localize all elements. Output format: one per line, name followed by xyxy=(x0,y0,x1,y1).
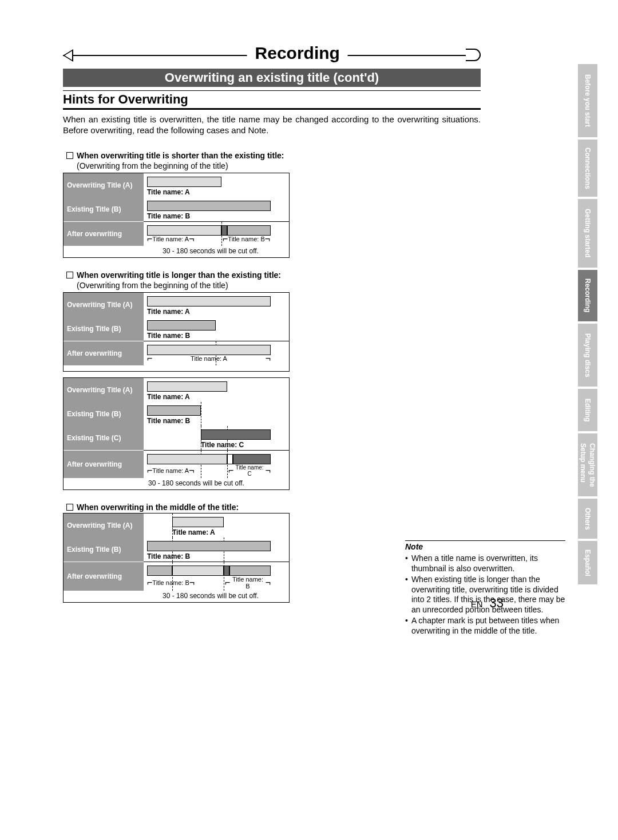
side-tab[interactable]: Recording xyxy=(578,270,597,321)
row-label: Existing Title (B) xyxy=(64,402,144,426)
banner: Recording xyxy=(63,46,572,66)
bar-caption: Title name: B xyxy=(152,579,189,586)
bar-caption: Title name: B xyxy=(147,332,286,340)
bar-caption: Title name: B xyxy=(147,417,286,425)
case3-header: When overwriting in the middle of the ti… xyxy=(66,503,572,512)
sub-banner: Overwriting an existing title (cont'd) xyxy=(63,69,481,87)
note-item: •A chapter mark is put between titles wh… xyxy=(405,616,565,636)
row-label: After overwriting xyxy=(64,222,144,246)
row-label: Existing Title (B) xyxy=(64,197,144,221)
row-label: Overwriting Title (A) xyxy=(64,378,144,402)
bar-caption: Title name: B xyxy=(147,212,286,220)
bar-caption: Title name: A xyxy=(152,236,189,242)
bar-caption: Title name: B xyxy=(228,236,264,242)
section-heading: Hints for Overwriting xyxy=(63,90,481,110)
side-tab[interactable]: Editing xyxy=(578,389,597,431)
bar-caption: Title name: C xyxy=(147,441,286,449)
bar-caption: Title name: C xyxy=(233,464,265,477)
case1-header: When overwriting title is shorter than t… xyxy=(66,151,572,160)
page-title: Recording xyxy=(247,43,348,63)
row-label: Overwriting Title (A) xyxy=(64,173,144,197)
diagram-case3: Overwriting Title (A) Title name: A Exis… xyxy=(63,513,290,603)
side-tab[interactable]: Connections xyxy=(578,140,597,197)
side-tabs: Before you startConnectionsGetting start… xyxy=(578,64,597,587)
bar-caption: Title name: B xyxy=(147,552,286,560)
diagram-case2b: Overwriting Title (A) Title name: A Exis… xyxy=(63,377,290,490)
bar-caption: Title name: B xyxy=(230,576,265,590)
side-tab[interactable]: Playing discs xyxy=(578,324,597,387)
side-tab[interactable]: Before you start xyxy=(578,64,597,137)
side-tab[interactable]: Others xyxy=(578,499,597,539)
note-item: •"Auto Chapter" interval time is reset a… xyxy=(405,637,565,638)
diagram-case1: Overwriting Title (A) Title name: A Exis… xyxy=(63,173,290,258)
bar-caption: Title name: A xyxy=(152,467,189,474)
bar-caption: Title name: A xyxy=(147,528,286,536)
page-number: EN33 xyxy=(471,596,504,611)
intro-text: When an existing title is overwritten, t… xyxy=(63,114,481,136)
case2-sub: (Overwriting from the beginning of the t… xyxy=(77,281,572,290)
bar-caption: Title name: A xyxy=(147,188,286,196)
banner-cap-right xyxy=(466,49,481,61)
diagram-footnote: 30 - 180 seconds will be cut off. xyxy=(64,246,289,257)
note-item: •When a title name is overwritten, its t… xyxy=(405,554,565,574)
row-label: Overwriting Title (A) xyxy=(64,293,144,317)
row-label: Existing Title (B) xyxy=(64,538,144,562)
banner-arrow-left xyxy=(63,49,73,62)
bar-caption: Title name: A xyxy=(147,308,286,316)
diagram-footnote: 30 - 180 seconds will be cut off. xyxy=(64,478,289,489)
case2-header: When overwriting title is longer than th… xyxy=(66,270,572,280)
side-tab[interactable]: Setup menuChanging the xyxy=(578,433,597,496)
bar-caption: Title name: A xyxy=(191,355,227,362)
row-label: Overwriting Title (A) xyxy=(64,513,144,538)
side-tab[interactable]: Español xyxy=(578,541,597,584)
checkbox-icon xyxy=(66,504,73,511)
note-block: Note •When a title name is overwritten, … xyxy=(405,540,565,638)
row-label: Existing Title (B) xyxy=(64,317,144,341)
note-heading: Note xyxy=(405,540,565,551)
diagram-footnote: 30 - 180 seconds will be cut off. xyxy=(64,591,289,602)
bar-caption: Title name: A xyxy=(147,393,286,401)
side-tab[interactable]: Getting started xyxy=(578,199,597,268)
diagram-case2: Overwriting Title (A) Title name: A Exis… xyxy=(63,292,290,372)
row-label: After overwriting xyxy=(64,341,144,365)
case1-sub: (Overwriting from the beginning of the t… xyxy=(77,161,572,170)
row-label: After overwriting xyxy=(64,451,144,478)
checkbox-icon xyxy=(66,152,73,159)
checkbox-icon xyxy=(66,272,73,278)
row-label: After overwriting xyxy=(64,562,144,591)
row-label: Existing Title (C) xyxy=(64,426,144,450)
